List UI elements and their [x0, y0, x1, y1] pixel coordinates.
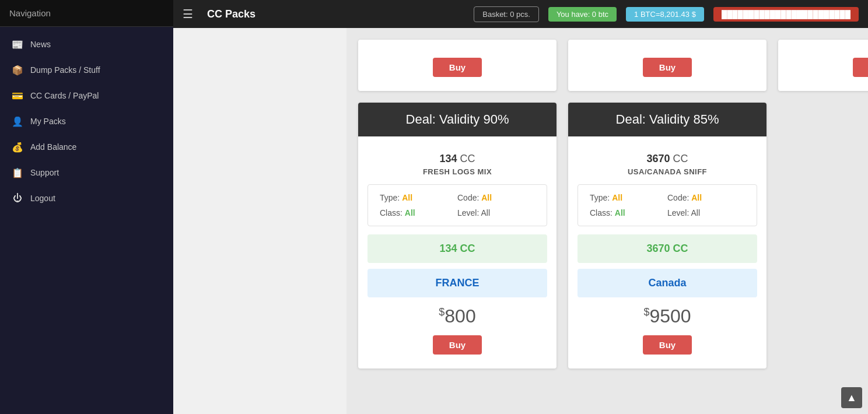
- card-0-code: Code: All: [457, 193, 535, 202]
- card-1-details: Type: All Code: All Class: All Level: Al…: [578, 184, 757, 226]
- sidebar: Navigation 📰 News 📦 Dump Packs / Stuff 💳…: [0, 0, 173, 414]
- card-1-body: 3670 CC USA/CANADA SNIFF Type: All Code:…: [568, 136, 766, 369]
- dump-packs-icon: 📦: [12, 64, 23, 76]
- card-0-buy-button[interactable]: Buy: [433, 335, 482, 355]
- card-1-level: Level: All: [667, 208, 745, 217]
- card-0-cc-box: 134 CC: [368, 234, 547, 263]
- sidebar-item-my-packs[interactable]: 👤 My Packs: [0, 108, 173, 134]
- user-badge: ████████████████████████: [713, 7, 859, 22]
- card-0-level-val: All: [481, 208, 490, 217]
- sidebar-item-support[interactable]: 📋 Support: [0, 160, 173, 185]
- sidebar-item-cc-cards[interactable]: 💳 CC Cards / PayPal: [0, 83, 173, 108]
- main-content: Buy Buy Buy Deal: Validity 90% 134 CC FR…: [346, 28, 868, 414]
- sidebar-item-logout-label: Logout: [30, 194, 55, 203]
- support-icon: 📋: [12, 167, 23, 178]
- card-0-price: $800: [368, 306, 547, 327]
- card-0-price-symbol: $: [439, 306, 444, 318]
- top-buy-button-2[interactable]: Buy: [853, 58, 868, 77]
- card-0-country-box: FRANCE: [368, 269, 547, 297]
- sidebar-item-my-packs-label: My Packs: [30, 117, 66, 126]
- add-balance-icon: 💰: [12, 141, 23, 153]
- card-1-type: Type: All: [590, 193, 667, 202]
- sidebar-nav: 📰 News 📦 Dump Packs / Stuff 💳 CC Cards /…: [0, 27, 173, 216]
- top-card-1: Buy: [568, 40, 766, 91]
- card-1-code: Code: All: [667, 193, 745, 202]
- card-1-cc-box: 3670 CC: [578, 234, 757, 263]
- sidebar-item-support-label: Support: [30, 168, 59, 177]
- sidebar-item-logout[interactable]: ⏻ Logout: [0, 185, 173, 211]
- sidebar-item-dump-packs-label: Dump Packs / Stuff: [30, 65, 100, 75]
- card-0-header: Deal: Validity 90%: [358, 103, 556, 136]
- scroll-to-top-button[interactable]: ▲: [841, 387, 862, 408]
- logout-icon: ⏻: [12, 192, 23, 204]
- card-1-pack-label: USA/CANADA SNIFF: [578, 167, 757, 176]
- card-0-class: Class: All: [380, 208, 457, 217]
- sidebar-item-add-balance[interactable]: 💰 Add Balance: [0, 134, 173, 160]
- sidebar-item-news-label: News: [30, 40, 51, 49]
- sidebar-item-cc-cards-label: CC Cards / PayPal: [30, 91, 99, 100]
- basket-badge: Basket: 0 pcs.: [474, 6, 539, 22]
- top-cards-row: Buy Buy Buy: [358, 40, 856, 91]
- sidebar-item-dump-packs[interactable]: 📦 Dump Packs / Stuff: [0, 57, 173, 83]
- card-1-cc-count: 3670 CC: [578, 153, 757, 165]
- top-card-2: Buy: [778, 40, 868, 91]
- my-packs-icon: 👤: [12, 115, 23, 127]
- top-buy-button-0[interactable]: Buy: [433, 58, 482, 77]
- card-1-class-val: All: [615, 208, 625, 217]
- cc-cards-icon: 💳: [12, 90, 23, 101]
- card-1-buy-button[interactable]: Buy: [643, 335, 692, 355]
- card-1: Deal: Validity 85% 3670 CC USA/CANADA SN…: [568, 103, 766, 369]
- card-0-body: 134 CC FRESH LOGS MIX Type: All Code: Al…: [358, 136, 556, 369]
- main-cards-row: Deal: Validity 90% 134 CC FRESH LOGS MIX…: [358, 103, 856, 369]
- card-1-code-val: All: [691, 193, 702, 202]
- sidebar-item-add-balance-label: Add Balance: [30, 142, 76, 152]
- card-0-code-val: All: [481, 193, 492, 202]
- card-1-cc-unit: CC: [673, 153, 688, 164]
- hamburger-icon[interactable]: ☰: [183, 7, 193, 21]
- card-0-cc-unit: CC: [460, 153, 475, 164]
- topbar: ☰ CC Packs Basket: 0 pcs. You have: 0 bt…: [173, 0, 868, 28]
- card-1-header: Deal: Validity 85%: [568, 103, 766, 136]
- card-0: Deal: Validity 90% 134 CC FRESH LOGS MIX…: [358, 103, 556, 369]
- card-1-price: $9500: [578, 306, 757, 327]
- chevron-up-icon: ▲: [846, 392, 857, 404]
- sidebar-header: Navigation: [0, 0, 173, 27]
- page-title: CC Packs: [207, 8, 464, 20]
- card-0-pack-label: FRESH LOGS MIX: [368, 167, 547, 176]
- news-icon: 📰: [12, 38, 23, 50]
- card-0-type-val: All: [402, 193, 412, 202]
- card-0-details: Type: All Code: All Class: All Level: Al…: [368, 184, 547, 226]
- card-0-type: Type: All: [380, 193, 457, 202]
- card-1-level-val: All: [691, 208, 700, 217]
- card-0-class-val: All: [405, 208, 415, 217]
- card-1-type-val: All: [612, 193, 622, 202]
- top-card-0: Buy: [358, 40, 556, 91]
- card-1-country-box: Canada: [578, 269, 757, 297]
- btc-rate-badge: 1 BTC=8,201.43 $: [626, 7, 704, 22]
- card-1-class: Class: All: [590, 208, 667, 217]
- sidebar-item-news[interactable]: 📰 News: [0, 31, 173, 57]
- card-1-price-symbol: $: [643, 306, 649, 318]
- card-0-level: Level: All: [457, 208, 535, 217]
- card-0-cc-count: 134 CC: [368, 153, 547, 165]
- top-buy-button-1[interactable]: Buy: [643, 58, 692, 77]
- balance-badge: You have: 0 btc: [548, 7, 617, 22]
